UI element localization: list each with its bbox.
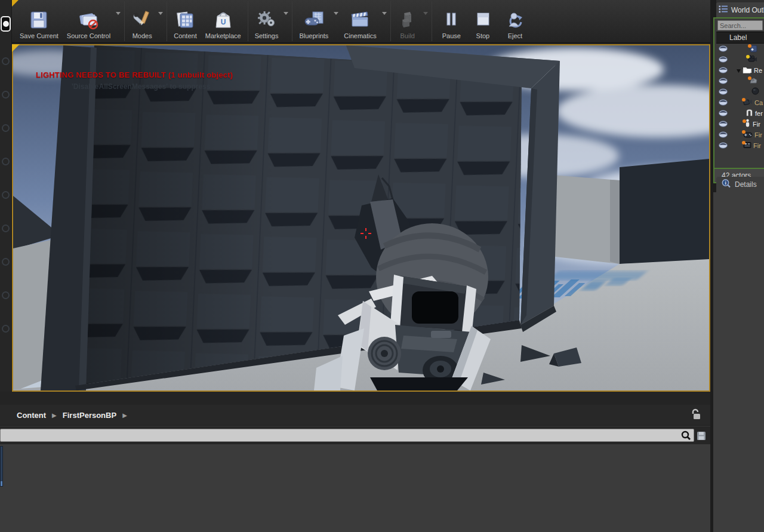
viewport-pie-corner (12, 44, 20, 52)
eye-icon[interactable] (719, 65, 728, 76)
main-toolbar: Save Current Source Control (12, 0, 713, 43)
breadcrumb-firstpersonbp[interactable]: FirstPersonBP (63, 411, 116, 420)
button-label: Pause (442, 32, 461, 39)
filter-row (0, 426, 710, 444)
eye-icon[interactable] (2, 258, 10, 266)
eye-icon[interactable] (719, 108, 728, 119)
toolbar-separator (124, 1, 125, 41)
left-toggle-button[interactable] (1, 16, 11, 32)
eye-icon[interactable] (2, 158, 10, 165)
clapperboard-icon (349, 10, 372, 31)
eject-button[interactable]: Eject (501, 0, 529, 42)
eye-icon[interactable] (719, 130, 728, 140)
outliner-row[interactable] (716, 76, 764, 87)
toolbar-separator (432, 1, 432, 41)
tab-label: World Outl (731, 6, 764, 14)
eye-icon[interactable] (2, 325, 10, 333)
toggle-dot-icon (3, 21, 9, 27)
details-panel-body (713, 192, 764, 532)
cinematics-button[interactable]: Cinematics (340, 0, 380, 42)
source-control-folders-icon (77, 10, 101, 31)
outliner-row-folder[interactable]: Re (716, 65, 764, 76)
eye-icon[interactable] (719, 97, 728, 108)
marketplace-button[interactable]: U Marketplace (201, 0, 245, 42)
lock-open-icon[interactable] (690, 408, 702, 424)
blueprints-button[interactable]: Blueprints (295, 0, 332, 42)
doorframe-mesh-icon (745, 108, 753, 119)
button-label: Blueprints (299, 32, 328, 39)
pause-icon (442, 10, 460, 31)
outliner-row[interactable] (716, 87, 764, 97)
content-browser-grid-icon (175, 10, 195, 31)
asset-selection-edge (1, 481, 2, 486)
asset-grid-area[interactable] (0, 444, 710, 532)
outliner-row[interactable] (716, 54, 764, 65)
left-edge-panel-sliver (0, 0, 12, 392)
eye-icon[interactable] (719, 44, 728, 54)
outliner-row[interactable]: Fir (716, 140, 764, 151)
modes-button[interactable]: Modes (127, 0, 157, 42)
eye-icon[interactable] (2, 191, 10, 199)
outliner-row[interactable]: Fir (716, 119, 764, 130)
breadcrumb: Content ▶ FirstPersonBP ▶ (0, 405, 710, 426)
eye-icon[interactable] (2, 225, 10, 232)
outliner-list-icon (719, 5, 728, 16)
save-current-button[interactable]: Save Current (16, 0, 63, 42)
tab-details[interactable]: i Details (716, 177, 764, 192)
asset-tile-sliver[interactable] (0, 446, 3, 487)
eye-icon[interactable] (719, 54, 728, 65)
breadcrumb-arrow-icon: ▶ (122, 412, 127, 419)
outliner-row[interactable]: Fir (716, 130, 764, 140)
stop-button[interactable]: Stop (470, 0, 496, 42)
row-label: Fir (754, 131, 762, 139)
chevron-down-icon[interactable] (284, 12, 288, 15)
chevron-down-icon[interactable] (158, 12, 163, 15)
outliner-row[interactable] (716, 44, 764, 54)
tab-world-outliner[interactable]: World Outl (716, 2, 764, 17)
outliner-row[interactable]: fer (716, 108, 764, 119)
eye-icon[interactable] (2, 91, 10, 99)
blueprint-actor-icon (749, 44, 758, 54)
expand-caret-icon[interactable] (736, 65, 741, 76)
chevron-down-icon[interactable] (382, 12, 387, 15)
content-button[interactable]: Content (170, 0, 201, 42)
eye-icon[interactable] (719, 140, 728, 151)
eye-icon[interactable] (719, 76, 728, 87)
eye-icon[interactable] (2, 57, 10, 65)
eject-person-icon (505, 10, 525, 31)
content-browser: Content ▶ FirstPersonBP ▶ (0, 405, 710, 532)
label-column-header[interactable]: Label (716, 32, 764, 44)
eye-icon[interactable] (2, 124, 10, 132)
folder-icon (743, 65, 752, 76)
button-label: Settings (255, 32, 279, 39)
chevron-down-icon[interactable] (116, 12, 121, 15)
character-actor-icon (744, 119, 751, 130)
button-label: Marketplace (205, 32, 241, 39)
tab-label: Details (735, 180, 757, 189)
eye-icon[interactable] (719, 119, 728, 130)
svg-text:U: U (220, 18, 226, 26)
chevron-down-icon[interactable] (334, 12, 338, 15)
column-header-text: Label (729, 33, 747, 42)
settings-button[interactable]: Settings (251, 0, 283, 42)
save-filter-icon[interactable] (696, 430, 707, 444)
search-icon (680, 430, 691, 444)
button-label: Content (174, 32, 197, 39)
shopping-bag-icon: U (213, 10, 233, 31)
source-control-button[interactable]: Source Control (63, 0, 115, 42)
outliner-search-input[interactable] (717, 20, 763, 30)
button-label: Build (400, 32, 414, 39)
row-label: Re (754, 67, 762, 74)
outliner-row[interactable]: Ca (716, 97, 764, 108)
asset-search-input[interactable] (0, 429, 694, 442)
eye-icon[interactable] (2, 291, 10, 299)
breadcrumb-arrow-icon: ▶ (52, 412, 57, 419)
row-label: fer (755, 110, 763, 117)
suppress-hint-text: 'DisableAllScreenMessages' to suppress (72, 82, 210, 91)
toolbar-separator (292, 1, 292, 41)
game-viewport[interactable]: LIGHTING NEEDS TO BE REBUILT (1 unbuilt … (12, 44, 710, 392)
eye-icon[interactable] (719, 87, 728, 97)
breadcrumb-content[interactable]: Content (17, 411, 46, 420)
pause-button[interactable]: Pause (438, 0, 465, 42)
toolbar-separator (167, 1, 167, 41)
